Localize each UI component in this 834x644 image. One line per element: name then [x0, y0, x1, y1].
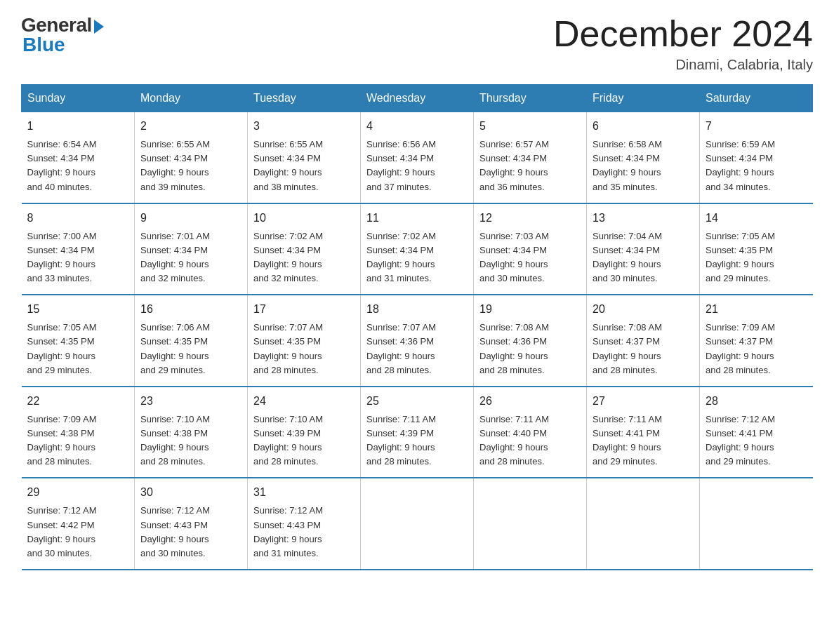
- header-sunday: Sunday: [22, 85, 135, 112]
- day-info: Sunrise: 7:10 AM Sunset: 4:39 PM Dayligh…: [253, 412, 355, 469]
- day-number: 3: [253, 118, 355, 135]
- day-number: 24: [253, 393, 355, 410]
- calendar-cell: 26Sunrise: 7:11 AM Sunset: 4:40 PM Dayli…: [474, 387, 587, 478]
- calendar-cell: 25Sunrise: 7:11 AM Sunset: 4:39 PM Dayli…: [361, 387, 474, 478]
- day-number: 11: [366, 210, 468, 227]
- day-info: Sunrise: 7:12 AM Sunset: 4:43 PM Dayligh…: [140, 504, 241, 561]
- calendar-cell: 2Sunrise: 6:55 AM Sunset: 4:34 PM Daylig…: [135, 112, 248, 203]
- calendar-cell: 10Sunrise: 7:02 AM Sunset: 4:34 PM Dayli…: [248, 203, 361, 295]
- header-friday: Friday: [587, 85, 700, 112]
- day-number: 30: [140, 484, 241, 501]
- day-info: Sunrise: 7:01 AM Sunset: 4:34 PM Dayligh…: [140, 229, 241, 286]
- day-info: Sunrise: 7:05 AM Sunset: 4:35 PM Dayligh…: [27, 321, 129, 377]
- calendar-table: SundayMondayTuesdayWednesdayThursdayFrid…: [21, 84, 813, 570]
- day-info: Sunrise: 7:08 AM Sunset: 4:36 PM Dayligh…: [479, 321, 581, 377]
- logo: General Blue: [21, 14, 104, 56]
- calendar-cell: 4Sunrise: 6:56 AM Sunset: 4:34 PM Daylig…: [361, 112, 474, 203]
- calendar-cell: 31Sunrise: 7:12 AM Sunset: 4:43 PM Dayli…: [248, 478, 361, 570]
- header-tuesday: Tuesday: [248, 85, 361, 112]
- day-number: 14: [706, 210, 807, 227]
- calendar-cell: 20Sunrise: 7:08 AM Sunset: 4:37 PM Dayli…: [587, 295, 700, 387]
- calendar-cell: 22Sunrise: 7:09 AM Sunset: 4:38 PM Dayli…: [22, 387, 135, 478]
- day-info: Sunrise: 7:04 AM Sunset: 4:34 PM Dayligh…: [593, 229, 694, 286]
- calendar-cell: 29Sunrise: 7:12 AM Sunset: 4:42 PM Dayli…: [22, 478, 135, 570]
- calendar-cell: [587, 478, 700, 570]
- day-number: 17: [253, 301, 355, 318]
- day-info: Sunrise: 7:07 AM Sunset: 4:36 PM Dayligh…: [366, 321, 468, 377]
- day-info: Sunrise: 7:05 AM Sunset: 4:35 PM Dayligh…: [706, 229, 807, 286]
- week-row-1: 1Sunrise: 6:54 AM Sunset: 4:34 PM Daylig…: [22, 112, 813, 203]
- day-info: Sunrise: 7:08 AM Sunset: 4:37 PM Dayligh…: [593, 321, 694, 377]
- week-row-5: 29Sunrise: 7:12 AM Sunset: 4:42 PM Dayli…: [22, 478, 813, 570]
- month-title: December 2024: [553, 14, 813, 54]
- day-info: Sunrise: 7:11 AM Sunset: 4:41 PM Dayligh…: [593, 412, 694, 469]
- day-info: Sunrise: 7:11 AM Sunset: 4:39 PM Dayligh…: [366, 412, 468, 469]
- calendar-cell: 18Sunrise: 7:07 AM Sunset: 4:36 PM Dayli…: [361, 295, 474, 387]
- day-number: 31: [253, 484, 355, 501]
- calendar-cell: 27Sunrise: 7:11 AM Sunset: 4:41 PM Dayli…: [587, 387, 700, 478]
- header-wednesday: Wednesday: [361, 85, 474, 112]
- day-info: Sunrise: 6:54 AM Sunset: 4:34 PM Dayligh…: [27, 137, 129, 194]
- day-number: 12: [479, 210, 581, 227]
- day-number: 19: [479, 301, 581, 318]
- day-number: 4: [366, 118, 468, 135]
- logo-arrow-icon: [94, 20, 104, 34]
- day-number: 27: [593, 393, 694, 410]
- day-info: Sunrise: 7:11 AM Sunset: 4:40 PM Dayligh…: [479, 412, 581, 469]
- day-info: Sunrise: 6:59 AM Sunset: 4:34 PM Dayligh…: [706, 137, 807, 194]
- day-number: 7: [706, 118, 807, 135]
- day-number: 23: [140, 393, 241, 410]
- day-number: 25: [366, 393, 468, 410]
- day-info: Sunrise: 7:12 AM Sunset: 4:41 PM Dayligh…: [706, 412, 807, 469]
- day-info: Sunrise: 7:06 AM Sunset: 4:35 PM Dayligh…: [140, 321, 241, 377]
- day-info: Sunrise: 7:02 AM Sunset: 4:34 PM Dayligh…: [253, 229, 355, 286]
- calendar-cell: 11Sunrise: 7:02 AM Sunset: 4:34 PM Dayli…: [361, 203, 474, 295]
- day-number: 2: [140, 118, 241, 135]
- calendar-cell: 13Sunrise: 7:04 AM Sunset: 4:34 PM Dayli…: [587, 203, 700, 295]
- calendar-cell: 30Sunrise: 7:12 AM Sunset: 4:43 PM Dayli…: [135, 478, 248, 570]
- day-info: Sunrise: 7:09 AM Sunset: 4:38 PM Dayligh…: [27, 412, 129, 469]
- calendar-cell: 24Sunrise: 7:10 AM Sunset: 4:39 PM Dayli…: [248, 387, 361, 478]
- calendar-cell: 3Sunrise: 6:55 AM Sunset: 4:34 PM Daylig…: [248, 112, 361, 203]
- week-row-3: 15Sunrise: 7:05 AM Sunset: 4:35 PM Dayli…: [22, 295, 813, 387]
- calendar-cell: 21Sunrise: 7:09 AM Sunset: 4:37 PM Dayli…: [700, 295, 813, 387]
- calendar-cell: 17Sunrise: 7:07 AM Sunset: 4:35 PM Dayli…: [248, 295, 361, 387]
- calendar-cell: 28Sunrise: 7:12 AM Sunset: 4:41 PM Dayli…: [700, 387, 813, 478]
- calendar-cell: 9Sunrise: 7:01 AM Sunset: 4:34 PM Daylig…: [135, 203, 248, 295]
- location-text: Dinami, Calabria, Italy: [553, 57, 813, 73]
- day-number: 1: [27, 118, 129, 135]
- calendar-cell: 8Sunrise: 7:00 AM Sunset: 4:34 PM Daylig…: [22, 203, 135, 295]
- day-number: 20: [593, 301, 694, 318]
- day-number: 28: [706, 393, 807, 410]
- calendar-cell: 15Sunrise: 7:05 AM Sunset: 4:35 PM Dayli…: [22, 295, 135, 387]
- calendar-cell: 1Sunrise: 6:54 AM Sunset: 4:34 PM Daylig…: [22, 112, 135, 203]
- day-number: 15: [27, 301, 129, 318]
- calendar-header-row: SundayMondayTuesdayWednesdayThursdayFrid…: [22, 85, 813, 112]
- header-monday: Monday: [135, 85, 248, 112]
- day-number: 29: [27, 484, 129, 501]
- day-info: Sunrise: 7:03 AM Sunset: 4:34 PM Dayligh…: [479, 229, 581, 286]
- day-info: Sunrise: 7:02 AM Sunset: 4:34 PM Dayligh…: [366, 229, 468, 286]
- day-number: 6: [593, 118, 694, 135]
- day-number: 8: [27, 210, 129, 227]
- day-number: 16: [140, 301, 241, 318]
- title-block: December 2024 Dinami, Calabria, Italy: [553, 14, 813, 73]
- calendar-cell: 23Sunrise: 7:10 AM Sunset: 4:38 PM Dayli…: [135, 387, 248, 478]
- calendar-cell: 19Sunrise: 7:08 AM Sunset: 4:36 PM Dayli…: [474, 295, 587, 387]
- day-info: Sunrise: 7:09 AM Sunset: 4:37 PM Dayligh…: [706, 321, 807, 377]
- logo-blue-text: Blue: [21, 34, 65, 56]
- day-info: Sunrise: 6:56 AM Sunset: 4:34 PM Dayligh…: [366, 137, 468, 194]
- day-number: 13: [593, 210, 694, 227]
- day-number: 26: [479, 393, 581, 410]
- calendar-cell: 14Sunrise: 7:05 AM Sunset: 4:35 PM Dayli…: [700, 203, 813, 295]
- header-saturday: Saturday: [700, 85, 813, 112]
- calendar-cell: 12Sunrise: 7:03 AM Sunset: 4:34 PM Dayli…: [474, 203, 587, 295]
- day-number: 21: [706, 301, 807, 318]
- calendar-cell: [361, 478, 474, 570]
- calendar-cell: 6Sunrise: 6:58 AM Sunset: 4:34 PM Daylig…: [587, 112, 700, 203]
- day-number: 10: [253, 210, 355, 227]
- header-thursday: Thursday: [474, 85, 587, 112]
- day-info: Sunrise: 6:58 AM Sunset: 4:34 PM Dayligh…: [593, 137, 694, 194]
- day-info: Sunrise: 7:12 AM Sunset: 4:43 PM Dayligh…: [253, 504, 355, 561]
- calendar-cell: 16Sunrise: 7:06 AM Sunset: 4:35 PM Dayli…: [135, 295, 248, 387]
